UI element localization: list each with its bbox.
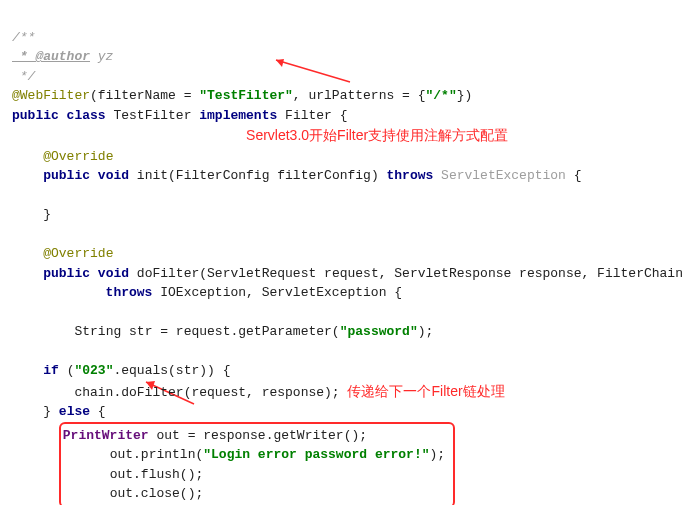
code-block: /** * @author yz */ @WebFilter(filterNam… xyxy=(12,8,678,505)
note-chain: 传递给下一个Filter链处理 xyxy=(347,383,504,399)
chain-line: chain.doFilter(request, response); xyxy=(12,385,340,400)
class-decl: public class TestFilter implements Filte… xyxy=(12,108,348,123)
dofilter-sig: public void doFilter(ServletRequest requ… xyxy=(43,266,690,281)
string-decl: String str = request.getParameter("passw… xyxy=(43,324,433,339)
init-close: } xyxy=(43,207,51,222)
override-1: @Override xyxy=(43,149,113,164)
note-annotation: Servlet3.0开始Filter支持使用注解方式配置 xyxy=(246,127,508,143)
close-line: out.close(); xyxy=(110,486,204,501)
flush-line: out.flush(); xyxy=(110,467,204,482)
error-output-box: PrintWriter out = response.getWriter(); … xyxy=(59,422,455,506)
init-method: public void init(FilterConfig filterConf… xyxy=(43,168,581,183)
printwriter-decl: PrintWriter xyxy=(63,428,149,443)
override-2: @Override xyxy=(43,246,113,261)
comment-close: */ xyxy=(12,69,35,84)
dofilter-throws: throws IOException, ServletException { xyxy=(12,285,402,300)
println-line: out.println("Login error password error!… xyxy=(110,447,445,462)
comment-author: * @author yz xyxy=(12,49,113,64)
if-line: if ("023".equals(str)) { xyxy=(43,363,230,378)
annotation-line: @WebFilter(filterName = "TestFilter", ur… xyxy=(12,88,472,103)
else-line: } else { xyxy=(43,404,105,419)
comment-open: /** xyxy=(12,30,35,45)
